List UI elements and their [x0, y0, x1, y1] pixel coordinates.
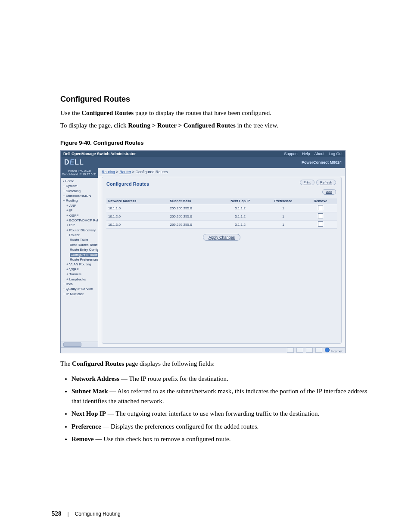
- plus-icon: +: [66, 262, 68, 266]
- col-next-hop: Next Hop IP: [218, 198, 262, 204]
- table-row: 10.1.2.0 255.255.255.0 3.1.1.2 1: [106, 212, 337, 221]
- remove-checkbox[interactable]: [318, 221, 323, 227]
- crumb-routing[interactable]: Routing: [102, 170, 115, 174]
- cell-net: 10.1.3.0: [106, 221, 168, 229]
- tree-tunnels[interactable]: +Tunnels: [66, 272, 97, 277]
- plus-icon: +: [63, 292, 65, 296]
- minus-icon: −: [66, 233, 68, 237]
- field-desc: — Use this check box to remove a configu…: [94, 436, 231, 442]
- cell-pref: 1: [262, 212, 304, 221]
- status-segment: [315, 348, 322, 353]
- product-name: PowerConnect M8024: [302, 160, 342, 165]
- text: page displays the following fields:: [126, 360, 215, 367]
- tree-bootp[interactable]: +BOOTP/DHCP Relay A: [66, 218, 97, 223]
- figure-caption: Figure 9-40. Configured Routes: [60, 140, 368, 146]
- cell-hop: 3.1.1.2: [218, 221, 262, 229]
- cell-mask: 255.255.255.0: [168, 204, 218, 212]
- screenshot-app-window: Dell OpenManage Switch Administrator Sup…: [60, 150, 346, 353]
- field-term: Preference: [72, 423, 101, 430]
- brand-logo: DELL: [64, 159, 84, 166]
- plus-icon: +: [66, 272, 68, 276]
- page-footer: 528 | Configuring Routing: [52, 510, 121, 517]
- list-item: Remove — Use this check box to remove a …: [72, 434, 368, 444]
- intro-paragraph-2: To display the page, click Routing > Rou…: [60, 121, 368, 131]
- tree-router[interactable]: −Router: [66, 233, 97, 237]
- tree-route-entry[interactable]: Route Entry Config: [70, 248, 97, 252]
- cell-mask: 255.255.255.0: [168, 221, 218, 229]
- tree-ipv6[interactable]: +IPv6: [63, 282, 97, 286]
- crumb-leaf: Configured Routes: [136, 170, 168, 174]
- link-about[interactable]: About: [314, 152, 324, 156]
- ip-box: Inband IP:0.0.0.0 Out-of-band IP:10.27.6…: [61, 168, 98, 178]
- text-bold: Routing > Router > Configured Routes: [128, 122, 235, 129]
- add-button[interactable]: Add: [322, 189, 336, 195]
- crumb-router[interactable]: Router: [119, 170, 131, 174]
- plus-icon: +: [66, 223, 68, 227]
- tree-best-routes[interactable]: Best Routes Table: [70, 243, 97, 247]
- tree-rip[interactable]: +RIP: [66, 223, 97, 227]
- plus-icon: +: [63, 189, 65, 193]
- tree-vrrp[interactable]: +VRRP: [66, 268, 97, 272]
- field-list: Network Address — The IP route prefix fo…: [72, 374, 368, 445]
- table-row: 10.1.3.0 255.255.255.0 3.1.1.2 1: [106, 221, 337, 229]
- text-bold: Configured Routes: [81, 109, 134, 116]
- field-desc: — The IP route prefix for the destinatio…: [119, 375, 228, 382]
- plus-icon: +: [63, 282, 65, 286]
- status-segment: [287, 348, 294, 353]
- link-logout[interactable]: Log Out: [329, 152, 342, 156]
- cell-hop: 3.1.1.2: [218, 204, 262, 212]
- tree-qos[interactable]: +Quality of Service: [63, 287, 97, 291]
- link-help[interactable]: Help: [302, 152, 310, 156]
- plus-icon: +: [63, 194, 65, 198]
- sidebar-nav: Inband IP:0.0.0.0 Out-of-band IP:10.27.6…: [61, 168, 98, 347]
- tree-switching[interactable]: +Switching: [63, 189, 97, 193]
- refresh-button[interactable]: Refresh: [316, 180, 336, 185]
- list-item: Next Hop IP — The outgoing router interf…: [72, 409, 368, 419]
- col-preference: Preference: [262, 198, 304, 204]
- field-desc: — The outgoing router interface to use w…: [106, 410, 319, 417]
- text: To display the page, click: [60, 122, 128, 129]
- tree-route-table[interactable]: Route Table: [70, 238, 97, 242]
- print-button[interactable]: Print: [300, 180, 314, 185]
- status-internet: Internet: [325, 348, 342, 353]
- tree-stats[interactable]: +Statistics/RMON: [63, 194, 97, 198]
- minus-icon: −: [63, 199, 65, 202]
- col-network-address: Network Address: [106, 198, 168, 204]
- col-remove: Remove: [304, 198, 337, 204]
- list-item: Subnet Mask — Also referred to as the su…: [72, 386, 368, 407]
- tree-icon: ▪: [63, 179, 64, 183]
- field-desc: — Also referred to as the subnet/network…: [72, 388, 367, 404]
- window-title: Dell OpenManage Switch Administrator: [63, 152, 280, 156]
- tree-configured-routes[interactable]: Configured Routes: [70, 253, 97, 257]
- sidebar-scrollbar[interactable]: [61, 342, 98, 347]
- plus-icon: +: [66, 228, 68, 232]
- status-segment: [306, 348, 313, 353]
- footer-chapter: Configuring Routing: [75, 511, 121, 517]
- remove-checkbox[interactable]: [318, 213, 323, 218]
- tree-loopbacks[interactable]: +Loopbacks: [66, 277, 97, 282]
- cell-remove: [304, 204, 337, 212]
- apply-changes-button[interactable]: Apply Changes: [203, 234, 240, 241]
- text: in the tree view.: [237, 122, 278, 129]
- plus-icon: +: [66, 268, 68, 271]
- remove-checkbox[interactable]: [318, 205, 323, 210]
- cell-remove: [304, 212, 337, 221]
- tree-system[interactable]: +System: [63, 184, 97, 188]
- intro-paragraph-1: Use the Configured Routes page to displa…: [60, 108, 368, 118]
- tree-route-preferences[interactable]: Route Preferences: [70, 258, 97, 262]
- tree-arp[interactable]: +ARP: [66, 204, 97, 208]
- list-item: Network Address — The IP route prefix fo…: [72, 374, 368, 384]
- tree-routing[interactable]: −Routing: [63, 199, 97, 203]
- field-term: Subnet Mask: [72, 388, 108, 395]
- content-pane: Routing > Router > Configured Routes Con…: [98, 168, 345, 347]
- link-support[interactable]: Support: [284, 152, 298, 156]
- tree-home[interactable]: ▪Home: [63, 179, 97, 184]
- tree-ip-multicast[interactable]: +IP Multicast: [63, 292, 97, 296]
- tree-router-discovery[interactable]: +Router Discovery: [66, 228, 97, 233]
- tree-ospf[interactable]: +OSPF: [66, 214, 97, 218]
- scrollbar-thumb[interactable]: [63, 342, 81, 347]
- tree-ip[interactable]: +IP: [66, 208, 97, 213]
- plus-icon: +: [66, 204, 68, 208]
- list-item: Preference — Displays the preferences co…: [72, 422, 368, 432]
- tree-vlan-routing[interactable]: +VLAN Routing: [66, 262, 97, 267]
